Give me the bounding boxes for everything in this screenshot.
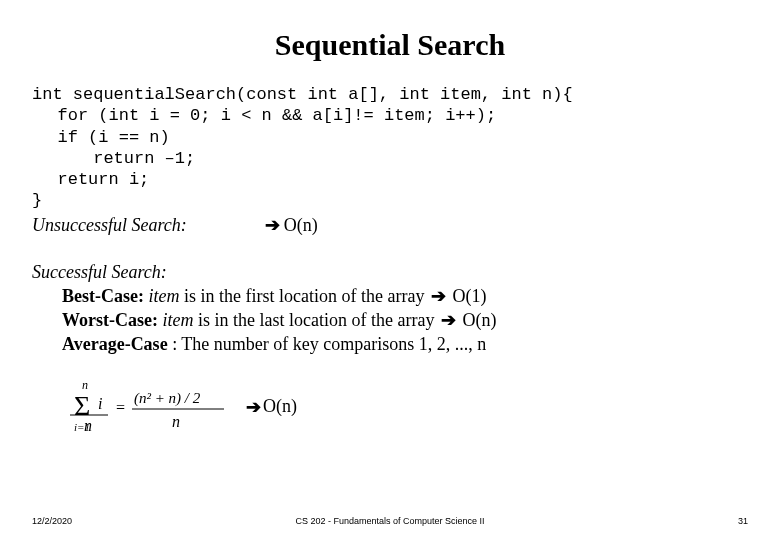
- worst-case-line: Worst-Case: item is in the last location…: [32, 308, 748, 332]
- formula-complexity: ➔ O(n): [244, 396, 297, 418]
- worst-case-item: item: [162, 310, 193, 330]
- worst-case-desc: is in the last location of the array: [198, 310, 439, 330]
- unsuccessful-label: Unsuccessful Search:: [32, 215, 187, 236]
- best-case-bigO: O(1): [452, 286, 486, 306]
- arrow-icon: ➔: [441, 310, 456, 330]
- denom2: n: [172, 413, 180, 430]
- code-block: int sequentialSearch(const int a[], int …: [32, 84, 748, 212]
- arrow-icon: ➔: [246, 396, 261, 418]
- slide-title: Sequential Search: [32, 28, 748, 62]
- best-case-name: Best-Case:: [62, 286, 144, 306]
- numerator2: (n² + n) / 2: [134, 390, 201, 407]
- worst-case-name: Worst-Case:: [62, 310, 158, 330]
- code-line-4: return –1;: [32, 148, 748, 169]
- denom1: n: [84, 417, 92, 434]
- formula-image: n Σ i=1 i n = (n² + n) / 2 n: [64, 377, 234, 437]
- footer-page-number: 31: [738, 516, 748, 526]
- unsuccessful-bigO: O(n): [284, 215, 318, 236]
- sigma-body: i: [98, 395, 102, 412]
- code-line-2: for (int i = 0; i < n && a[i]!= item; i+…: [32, 105, 748, 126]
- average-case-name: Average-Case: [62, 334, 168, 354]
- equals: =: [116, 399, 125, 416]
- average-case-line: Average-Case : The number of key compari…: [32, 332, 748, 356]
- arrow-icon: ➔: [431, 286, 446, 306]
- worst-case-bigO: O(n): [462, 310, 496, 330]
- best-case-line: Best-Case: item is in the first location…: [32, 284, 748, 308]
- formula-bigO: O(n): [263, 396, 297, 417]
- arrow-icon: ➔: [265, 214, 280, 236]
- footer-date: 12/2/2020: [32, 516, 72, 526]
- unsuccessful-complexity: ➔ O(n): [265, 214, 318, 236]
- successful-label: Successful Search:: [32, 260, 748, 284]
- footer-course: CS 202 - Fundamentals of Computer Scienc…: [295, 516, 484, 526]
- code-line-6: }: [32, 190, 748, 211]
- formula-row: n Σ i=1 i n = (n² + n) / 2 n ➔ O(n): [32, 377, 748, 437]
- footer: 12/2/2020 CS 202 - Fundamentals of Compu…: [32, 516, 748, 526]
- best-case-item: item: [148, 286, 179, 306]
- average-case-desc: : The number of key comparisons 1, 2, ..…: [172, 334, 486, 354]
- unsuccessful-search-row: Unsuccessful Search: ➔ O(n): [32, 214, 748, 236]
- best-case-desc: is in the first location of the array: [184, 286, 429, 306]
- code-line-3: if (i == n): [32, 127, 748, 148]
- successful-search-section: Successful Search: Best-Case: item is in…: [32, 260, 748, 357]
- code-line-1: int sequentialSearch(const int a[], int …: [32, 84, 748, 105]
- code-line-5: return i;: [32, 169, 748, 190]
